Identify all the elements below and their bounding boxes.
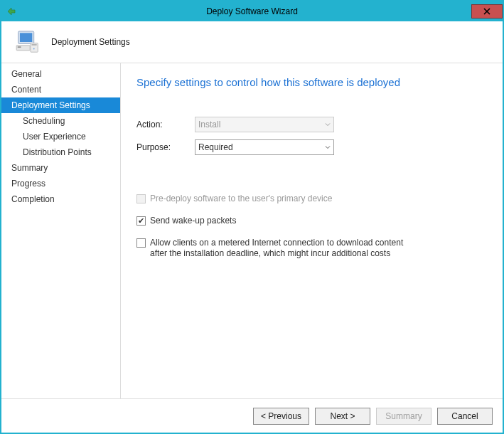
- content-pane: Specify settings to control how this sof…: [121, 63, 503, 398]
- svg-rect-3: [18, 46, 21, 48]
- action-select: Install: [195, 117, 334, 132]
- sidebar-item-content[interactable]: Content: [1, 82, 120, 97]
- svg-rect-5: [32, 44, 37, 46]
- checkbox-group: Pre-deploy software to the user's primar…: [136, 194, 487, 270]
- wizard-header: Deployment Settings: [1, 21, 503, 63]
- wakeup-label: Send wake-up packets: [150, 216, 236, 226]
- predeploy-row: Pre-deploy software to the user's primar…: [136, 194, 487, 204]
- summary-button: Summary: [376, 408, 431, 425]
- action-label: Action:: [136, 120, 195, 129]
- svg-rect-2: [16, 46, 30, 51]
- wizard-footer: < Previous Next > Summary Cancel: [1, 398, 503, 433]
- chevron-down-icon: [325, 121, 331, 129]
- next-button[interactable]: Next >: [315, 408, 370, 425]
- window-title: Deploy Software Wizard: [1, 6, 503, 16]
- sidebar-item-summary[interactable]: Summary: [1, 160, 120, 176]
- sidebar-item-general[interactable]: General: [1, 66, 120, 82]
- predeploy-label: Pre-deploy software to the user's primar…: [150, 194, 332, 204]
- purpose-label: Purpose:: [136, 142, 195, 152]
- action-row: Action: Install: [136, 117, 487, 132]
- wakeup-checkbox[interactable]: ✔: [136, 216, 146, 226]
- wakeup-row: ✔ Send wake-up packets: [136, 216, 487, 226]
- sidebar-item-completion[interactable]: Completion: [1, 191, 120, 207]
- wizard-window: Deploy Software Wizard Deployment Settin…: [0, 0, 504, 434]
- page-title: Deployment Settings: [51, 37, 130, 47]
- sidebar: General Content Deployment Settings Sche…: [1, 63, 121, 398]
- titlebar: Deploy Software Wizard: [1, 1, 503, 21]
- sidebar-item-scheduling[interactable]: Scheduling: [1, 113, 120, 129]
- previous-button[interactable]: < Previous: [253, 408, 309, 425]
- svg-rect-1: [20, 33, 32, 42]
- computer-icon: [14, 28, 41, 55]
- metered-checkbox[interactable]: [136, 238, 146, 248]
- sidebar-item-progress[interactable]: Progress: [1, 176, 120, 191]
- metered-label: Allow clients on a metered Internet conn…: [150, 238, 420, 259]
- wizard-body: General Content Deployment Settings Sche…: [1, 63, 503, 398]
- svg-point-6: [33, 48, 35, 50]
- sidebar-item-deployment-settings[interactable]: Deployment Settings: [1, 97, 120, 113]
- close-button[interactable]: [471, 4, 503, 18]
- cancel-button[interactable]: Cancel: [437, 408, 493, 425]
- purpose-value: Required: [198, 142, 233, 152]
- chevron-down-icon[interactable]: [325, 144, 331, 152]
- sidebar-item-user-experience[interactable]: User Experience: [1, 129, 120, 144]
- content-title: Specify settings to control how this sof…: [136, 76, 487, 88]
- action-value: Install: [198, 120, 220, 129]
- purpose-select[interactable]: Required: [195, 139, 334, 155]
- app-icon: [6, 6, 17, 17]
- predeploy-checkbox: [136, 194, 146, 203]
- purpose-row: Purpose: Required: [136, 139, 487, 155]
- sidebar-item-distribution-points[interactable]: Distribution Points: [1, 144, 120, 160]
- metered-row: Allow clients on a metered Internet conn…: [136, 238, 487, 259]
